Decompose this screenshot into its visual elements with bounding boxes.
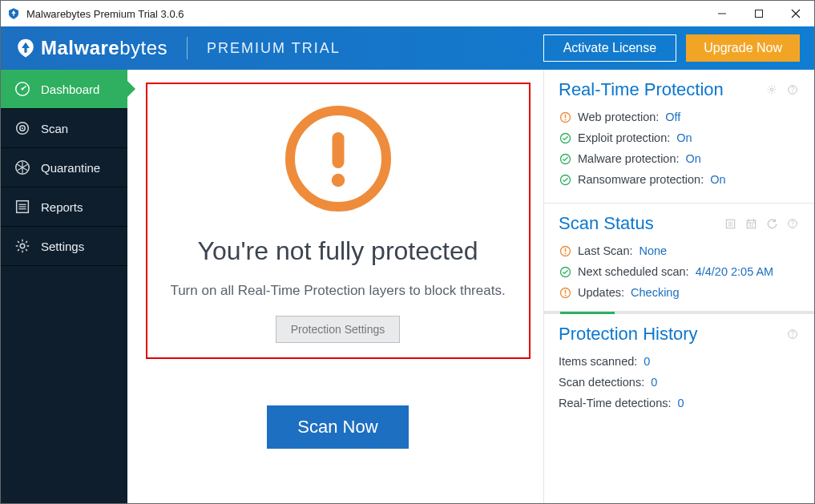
sidebar-item-dashboard[interactable]: Dashboard	[1, 70, 127, 109]
svg-rect-16	[332, 132, 344, 168]
svg-point-40	[564, 252, 566, 254]
realtime-row-web: Web protection: Off	[559, 107, 800, 127]
scan-status-row-updates: Updates: Checking	[559, 282, 800, 303]
section-tools	[785, 327, 800, 341]
alert-icon	[278, 99, 398, 219]
help-icon[interactable]	[785, 83, 800, 97]
svg-rect-1	[756, 10, 763, 18]
item-value[interactable]: 0	[678, 397, 684, 409]
section-head: Scan Status 31	[559, 213, 800, 234]
sidebar-item-label: Scan	[41, 122, 68, 135]
history-row-rtdet: Real-Time detections: 0	[559, 393, 800, 413]
item-value[interactable]: On	[710, 173, 725, 186]
svg-point-18	[770, 88, 773, 91]
help-icon[interactable]	[785, 216, 800, 231]
scan-now-button[interactable]: Scan Now	[267, 405, 408, 449]
svg-point-20	[792, 91, 793, 92]
brand-text-bold: Malware	[41, 37, 119, 58]
hero-alert-frame: You're not fully protected Turn on all R…	[146, 83, 531, 359]
item-value[interactable]: On	[676, 131, 692, 144]
refresh-icon[interactable]	[765, 216, 779, 231]
sidebar-item-quarantine[interactable]: Quarantine	[1, 148, 127, 187]
sidebar-item-label: Reports	[41, 200, 83, 214]
brand-subtitle: PREMIUM TRIAL	[207, 40, 341, 57]
activate-license-button[interactable]: Activate License	[543, 34, 677, 62]
realtime-row-exploit: Exploit protection: On	[559, 127, 800, 148]
check-icon	[559, 173, 571, 186]
list-icon[interactable]	[723, 216, 737, 231]
item-value[interactable]: Off	[665, 111, 680, 123]
check-icon	[559, 131, 571, 144]
svg-point-17	[331, 174, 345, 187]
brand-block: Malwarebytes PREMIUM TRIAL	[15, 37, 341, 59]
svg-point-44	[564, 294, 566, 296]
warn-icon	[559, 286, 571, 299]
warn-icon	[559, 244, 571, 257]
protection-settings-button[interactable]: Protection Settings	[276, 316, 401, 343]
item-label: Scan detections:	[559, 376, 644, 389]
sidebar-item-label: Quarantine	[41, 161, 100, 175]
check-icon	[559, 152, 571, 165]
svg-point-14	[20, 244, 25, 248]
item-label: Malware protection:	[578, 152, 680, 165]
item-label: Ransomware protection:	[578, 173, 704, 186]
svg-rect-22	[564, 114, 566, 118]
item-label: Exploit protection:	[578, 131, 670, 144]
reports-icon	[14, 198, 31, 216]
sidebar: Dashboard Scan Quarantine Reports	[1, 70, 127, 503]
warn-icon	[559, 111, 571, 123]
brand-logo-icon	[15, 38, 36, 58]
svg-text:31: 31	[748, 223, 753, 228]
svg-point-46	[792, 336, 793, 337]
sidebar-item-settings[interactable]: Settings	[1, 227, 127, 266]
update-progress-bar	[544, 312, 814, 314]
section-title: Real-Time Protection	[559, 79, 765, 100]
hero-subtitle: Turn on all Real-Time Protection layers …	[162, 280, 513, 301]
dashboard-icon	[14, 80, 31, 98]
sidebar-item-reports[interactable]: Reports	[1, 187, 127, 227]
item-value[interactable]: 0	[651, 376, 657, 389]
section-head: Real-Time Protection	[559, 79, 800, 100]
maximize-button[interactable]	[740, 1, 777, 26]
section-tools	[765, 83, 800, 97]
realtime-row-malware: Malware protection: On	[559, 148, 800, 169]
scan-status-row-next: Next scheduled scan: 4/4/20 2:05 AM	[559, 261, 800, 282]
svg-rect-43	[564, 289, 566, 293]
item-value[interactable]: 0	[644, 355, 650, 368]
help-icon[interactable]	[785, 327, 800, 341]
realtime-row-ransomware: Ransomware protection: On	[559, 169, 800, 190]
item-value[interactable]: On	[686, 152, 701, 165]
app-window: Malwarebytes Premium Trial 3.0.6 Malware…	[0, 0, 815, 504]
main-area: You're not fully protected Turn on all R…	[127, 70, 814, 503]
history-row-scandet: Scan detections: 0	[559, 372, 800, 393]
hero-title: You're not fully protected	[197, 236, 478, 266]
app-header: Malwarebytes PREMIUM TRIAL Activate Lice…	[1, 26, 814, 70]
svg-point-37	[792, 225, 793, 226]
protection-history-section: Protection History Items scanned: 0 Scan…	[544, 314, 814, 426]
settings-icon	[14, 237, 31, 255]
section-title: Scan Status	[559, 213, 723, 234]
section-head: Protection History	[559, 324, 800, 345]
brand-text: Malwarebytes	[41, 37, 167, 59]
scan-status-row-last: Last Scan: None	[559, 240, 800, 261]
check-icon	[559, 265, 571, 278]
realtime-protection-section: Real-Time Protection Web protecti	[544, 70, 814, 204]
svg-point-23	[564, 119, 566, 120]
upgrade-now-button[interactable]: Upgrade Now	[686, 34, 800, 62]
close-button[interactable]	[777, 1, 814, 26]
sidebar-item-scan[interactable]: Scan	[1, 109, 127, 148]
sidebar-item-label: Dashboard	[41, 83, 99, 96]
minimize-button[interactable]	[704, 1, 740, 26]
gear-icon[interactable]	[765, 83, 779, 97]
item-value[interactable]: 4/4/20 2:05 AM	[696, 265, 774, 278]
item-value[interactable]: None	[639, 244, 668, 257]
svg-rect-39	[564, 248, 566, 252]
svg-point-5	[22, 88, 24, 91]
calendar-icon[interactable]: 31	[744, 216, 758, 231]
item-value[interactable]: Checking	[631, 286, 679, 299]
side-panel: Real-Time Protection Web protecti	[544, 70, 814, 503]
brand: Malwarebytes	[15, 37, 167, 59]
item-label: Next scheduled scan:	[578, 265, 689, 278]
quarantine-icon	[14, 159, 31, 176]
history-row-scanned: Items scanned: 0	[559, 351, 800, 372]
